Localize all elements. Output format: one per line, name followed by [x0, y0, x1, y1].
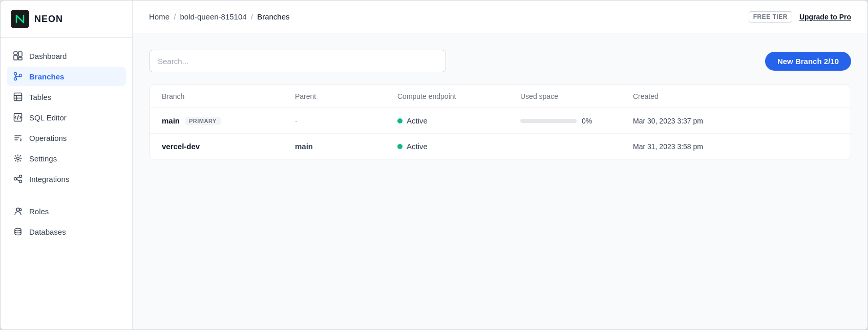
breadcrumb-project[interactable]: bold-queen-815104	[180, 12, 247, 21]
breadcrumb-home[interactable]: Home	[149, 12, 170, 21]
created-cell: Mar 31, 2023 3:58 pm	[633, 142, 838, 151]
compute-cell: Active	[397, 142, 520, 151]
parent-cell: main	[295, 142, 397, 151]
toolbar: New Branch 2/10	[149, 50, 851, 72]
used-space-pct: 0%	[582, 117, 592, 125]
logo-icon	[11, 10, 29, 28]
sidebar-item-dashboard[interactable]: Dashboard	[7, 46, 126, 66]
breadcrumb-sep-2: /	[251, 12, 255, 21]
branches-icon	[13, 71, 23, 81]
databases-icon	[13, 226, 23, 237]
sidebar-logo: NEON	[1, 1, 132, 38]
table-header: Branch Parent Compute endpoint Used spac…	[150, 85, 851, 108]
main-content: Home / bold-queen-815104 / Branches FREE…	[133, 1, 867, 329]
nav-divider	[13, 195, 120, 195]
svg-rect-7	[14, 93, 22, 101]
sidebar-item-label: Integrations	[29, 175, 69, 183]
sidebar-item-label: Branches	[29, 72, 64, 81]
active-status-dot	[397, 118, 403, 123]
svg-point-14	[19, 209, 22, 211]
roles-icon	[13, 206, 23, 216]
sidebar-item-tables[interactable]: Tables	[7, 87, 126, 107]
svg-point-11	[19, 175, 22, 178]
sidebar-item-roles[interactable]: Roles	[7, 201, 126, 221]
sidebar-item-databases[interactable]: Databases	[7, 222, 126, 241]
col-compute: Compute endpoint	[397, 92, 520, 100]
sidebar-item-label: SQL Editor	[29, 113, 67, 122]
sidebar-item-label: Roles	[29, 207, 49, 216]
main-header: Home / bold-queen-815104 / Branches FREE…	[133, 1, 867, 33]
svg-rect-2	[18, 52, 22, 56]
col-created: Created	[633, 92, 838, 100]
primary-badge: PRIMARY	[185, 117, 221, 125]
branch-name-text: main	[162, 116, 180, 125]
operations-icon	[13, 133, 23, 143]
active-status-dot	[397, 144, 403, 149]
table-row[interactable]: vercel-dev main Active Mar 31, 2023 3:58…	[150, 134, 851, 159]
integrations-icon	[13, 174, 23, 184]
sidebar-item-label: Tables	[29, 93, 51, 101]
upgrade-to-pro-link[interactable]: Upgrade to Pro	[799, 13, 851, 21]
main-body: New Branch 2/10 Branch Parent Compute en…	[133, 33, 867, 329]
col-parent: Parent	[295, 92, 397, 100]
svg-rect-0	[14, 52, 17, 54]
compute-status-text: Active	[407, 116, 428, 125]
svg-point-4	[14, 73, 17, 75]
sidebar-item-label: Operations	[29, 134, 67, 142]
col-used-space: Used space	[520, 92, 633, 100]
sidebar-item-sql-editor[interactable]: SQL Editor	[7, 108, 126, 127]
sql-editor-icon	[13, 112, 23, 122]
branches-table: Branch Parent Compute endpoint Used spac…	[149, 85, 851, 159]
sidebar-item-branches[interactable]: Branches	[7, 67, 126, 86]
app-window: NEON Dashboard	[0, 0, 868, 330]
svg-rect-3	[18, 57, 22, 60]
settings-icon	[13, 153, 23, 163]
sidebar-item-label: Databases	[29, 228, 66, 236]
breadcrumb-current: Branches	[257, 12, 289, 21]
breadcrumb: Home / bold-queen-815104 / Branches	[149, 12, 290, 21]
created-cell: Mar 30, 2023 3:37 pm	[633, 117, 838, 125]
sidebar-item-integrations[interactable]: Integrations	[7, 169, 126, 189]
breadcrumb-sep-1: /	[174, 12, 178, 21]
svg-point-13	[16, 208, 19, 211]
dashboard-icon	[13, 51, 23, 61]
sidebar-item-settings[interactable]: Settings	[7, 149, 126, 168]
sidebar-item-label: Dashboard	[29, 52, 67, 60]
sidebar-item-label: Settings	[29, 154, 57, 163]
col-branch: Branch	[162, 92, 295, 100]
sidebar-item-operations[interactable]: Operations	[7, 128, 126, 148]
svg-point-5	[14, 78, 17, 80]
branch-name-cell: main PRIMARY	[162, 116, 295, 125]
search-input[interactable]	[149, 50, 446, 72]
svg-point-10	[14, 178, 17, 180]
compute-status-text: Active	[407, 142, 428, 151]
logo-text: NEON	[34, 14, 63, 25]
progress-bar-bg	[520, 119, 577, 123]
used-space-cell: 0%	[520, 117, 633, 125]
tables-icon	[13, 92, 23, 102]
branch-name-cell: vercel-dev	[162, 142, 295, 151]
table-row[interactable]: main PRIMARY - Active 0% Mar 30, 20	[150, 108, 851, 134]
header-right: FREE TIER Upgrade to Pro	[749, 11, 851, 23]
svg-point-15	[15, 229, 21, 231]
svg-point-9	[17, 157, 19, 160]
free-tier-badge: FREE TIER	[749, 11, 792, 23]
svg-point-12	[19, 180, 22, 183]
branch-name-text: vercel-dev	[162, 142, 200, 151]
sidebar-nav: Dashboard Branches	[1, 38, 132, 329]
new-branch-button[interactable]: New Branch 2/10	[765, 52, 851, 71]
compute-cell: Active	[397, 116, 520, 125]
parent-cell: -	[295, 116, 397, 125]
sidebar: NEON Dashboard	[1, 1, 133, 329]
svg-rect-1	[14, 55, 17, 60]
